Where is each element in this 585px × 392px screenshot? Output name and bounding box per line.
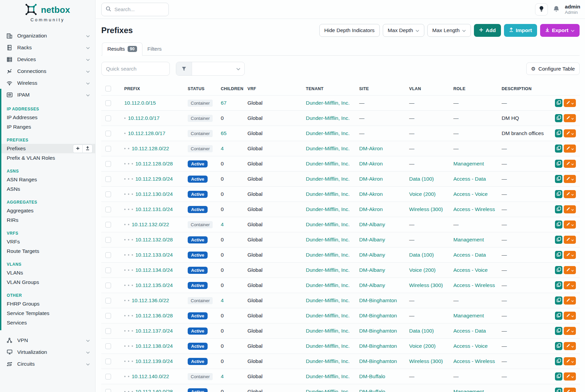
global-search[interactable] bbox=[101, 3, 169, 16]
edit-dropdown-button[interactable] bbox=[564, 129, 576, 137]
tenant-link[interactable]: Dunder-Mifflin, Inc. bbox=[306, 161, 350, 166]
configure-table-button[interactable]: ⚙ Configure Table bbox=[526, 62, 580, 75]
sidebar-item-ipam[interactable]: IPAM bbox=[1, 89, 95, 101]
tenant-link[interactable]: Dunder-Mifflin, Inc. bbox=[306, 237, 350, 242]
edit-dropdown-button[interactable] bbox=[564, 266, 576, 274]
prefix-link[interactable]: 10.112.140.0/22 bbox=[132, 373, 169, 380]
edit-dropdown-button[interactable] bbox=[564, 357, 576, 365]
row-checkbox[interactable] bbox=[105, 222, 111, 228]
row-checkbox[interactable] bbox=[105, 161, 111, 167]
children-count-link[interactable]: 4 bbox=[221, 146, 224, 151]
prefix-link[interactable]: 10.112.0.0/17 bbox=[128, 115, 160, 121]
sidebar-item-services[interactable]: Services bbox=[1, 318, 95, 328]
tenant-link[interactable]: Dunder-Mifflin, Inc. bbox=[306, 297, 350, 303]
site-link[interactable]: DM-Binghamton bbox=[359, 313, 397, 318]
prefix-link[interactable]: 10.112.129.0/24 bbox=[135, 176, 173, 182]
tab-results[interactable]: Results 90 bbox=[102, 43, 142, 56]
site-link[interactable]: DM-Binghamton bbox=[359, 328, 397, 334]
tenant-link[interactable]: Dunder-Mifflin, Inc. bbox=[306, 328, 350, 334]
copy-button[interactable] bbox=[555, 357, 562, 365]
prefix-link[interactable]: 10.112.133.0/24 bbox=[135, 252, 173, 258]
prefix-link[interactable]: 10.112.131.0/24 bbox=[135, 206, 173, 212]
role-link[interactable]: Access - Voice bbox=[453, 267, 488, 273]
column-header-prefix[interactable]: PREFIX bbox=[120, 83, 184, 96]
row-checkbox[interactable] bbox=[105, 298, 111, 304]
sidebar-item-devices[interactable]: Devices bbox=[0, 53, 95, 65]
copy-button[interactable] bbox=[555, 190, 562, 198]
edit-dropdown-button[interactable] bbox=[564, 342, 576, 350]
sidebar-item-vpn[interactable]: VPN bbox=[0, 334, 95, 346]
prefix-link[interactable]: 10.112.0.0/15 bbox=[124, 100, 156, 106]
column-header-vlan[interactable]: VLAN bbox=[405, 83, 449, 96]
sidebar-item-fhrp-groups[interactable]: FHRP Groups bbox=[1, 299, 95, 309]
tenant-link[interactable]: Dunder-Mifflin, Inc. bbox=[306, 389, 350, 392]
column-header-description[interactable]: DESCRIPTION bbox=[498, 83, 551, 96]
row-checkbox[interactable] bbox=[105, 389, 111, 392]
hide-depth-indicators-button[interactable]: Hide Depth Indicators bbox=[319, 24, 380, 37]
role-link[interactable]: Access - Wireless bbox=[453, 358, 495, 364]
prefix-link[interactable]: 10.112.136.0/22 bbox=[132, 297, 169, 304]
prefix-link[interactable]: 10.112.128.0/28 bbox=[135, 161, 173, 167]
sidebar-item-vlans[interactable]: VLANs bbox=[1, 268, 95, 278]
vlan-link[interactable]: Data (100) bbox=[409, 176, 434, 182]
children-count-link[interactable]: 4 bbox=[221, 297, 224, 303]
row-checkbox[interactable] bbox=[105, 207, 111, 212]
copy-button[interactable] bbox=[555, 266, 562, 274]
sidebar-item-route-targets[interactable]: Route Targets bbox=[1, 246, 95, 256]
copy-button[interactable] bbox=[555, 220, 562, 229]
prefix-link[interactable]: 10.112.135.0/24 bbox=[135, 282, 173, 288]
prefix-link[interactable]: 10.112.134.0/24 bbox=[135, 267, 173, 273]
site-link[interactable]: DM-Buffalo bbox=[359, 373, 385, 379]
edit-dropdown-button[interactable] bbox=[564, 175, 576, 183]
quick-add-button[interactable] bbox=[73, 145, 83, 153]
global-search-input[interactable] bbox=[114, 6, 162, 12]
sidebar-item-ip-ranges[interactable]: IP Ranges bbox=[1, 122, 95, 132]
prefix-link[interactable]: 10.112.139.0/24 bbox=[135, 358, 173, 364]
quick-search-input[interactable] bbox=[101, 62, 170, 76]
row-checkbox[interactable] bbox=[105, 328, 111, 334]
vlan-link[interactable]: Data (100) bbox=[409, 328, 434, 334]
role-link[interactable]: Access - Voice bbox=[453, 191, 488, 197]
children-count-link[interactable]: 4 bbox=[221, 221, 224, 227]
sidebar-item-asn-ranges[interactable]: ASN Ranges bbox=[1, 175, 95, 184]
sidebar-item-organization[interactable]: Organization bbox=[0, 30, 95, 42]
sidebar-item-wireless[interactable]: Wireless bbox=[0, 77, 95, 89]
edit-dropdown-button[interactable] bbox=[564, 388, 576, 392]
prefix-link[interactable]: 10.112.140.0/28 bbox=[135, 389, 173, 392]
site-link[interactable]: DM-Albany bbox=[359, 221, 385, 227]
site-link[interactable]: DM-Akron bbox=[359, 146, 383, 151]
import-button[interactable]: Import bbox=[504, 24, 537, 37]
copy-button[interactable] bbox=[555, 145, 562, 153]
prefix-link[interactable]: 10.112.130.0/24 bbox=[135, 191, 173, 197]
max-length-dropdown[interactable]: Max Length bbox=[427, 24, 471, 37]
row-checkbox[interactable] bbox=[105, 191, 111, 197]
prefix-link[interactable]: 10.112.137.0/24 bbox=[135, 328, 173, 334]
copy-button[interactable] bbox=[555, 160, 562, 168]
site-link[interactable]: DM-Binghamton bbox=[359, 343, 397, 349]
vlan-link[interactable]: Voice (200) bbox=[409, 267, 435, 273]
site-link[interactable]: DM-Binghamton bbox=[359, 358, 397, 364]
tenant-link[interactable]: Dunder-Mifflin, Inc. bbox=[306, 206, 350, 212]
children-count-link[interactable]: 4 bbox=[221, 373, 224, 379]
edit-dropdown-button[interactable] bbox=[564, 372, 576, 381]
copy-button[interactable] bbox=[555, 236, 562, 244]
edit-dropdown-button[interactable] bbox=[564, 114, 576, 122]
sidebar-item-prefix-vlan-roles[interactable]: Prefix & VLAN Roles bbox=[1, 153, 95, 163]
copy-button[interactable] bbox=[555, 312, 562, 320]
copy-button[interactable] bbox=[555, 388, 562, 392]
role-link[interactable]: Management bbox=[453, 237, 484, 242]
edit-dropdown-button[interactable] bbox=[564, 190, 576, 198]
brand[interactable]: netbox Community bbox=[0, 0, 95, 22]
sidebar-item-connections[interactable]: Connections bbox=[0, 65, 95, 77]
copy-button[interactable] bbox=[555, 114, 562, 122]
edit-dropdown-button[interactable] bbox=[564, 251, 576, 259]
select-all-checkbox[interactable] bbox=[105, 86, 111, 92]
tenant-link[interactable]: Dunder-Mifflin, Inc. bbox=[306, 343, 350, 349]
column-header-tenant[interactable]: TENANT bbox=[302, 83, 355, 96]
edit-dropdown-button[interactable] bbox=[564, 312, 576, 320]
prefix-link[interactable]: 10.112.128.0/17 bbox=[128, 130, 165, 136]
copy-button[interactable] bbox=[555, 205, 562, 213]
row-checkbox[interactable] bbox=[105, 131, 111, 136]
tenant-link[interactable]: Dunder-Mifflin, Inc. bbox=[306, 313, 350, 318]
row-checkbox[interactable] bbox=[105, 267, 111, 273]
